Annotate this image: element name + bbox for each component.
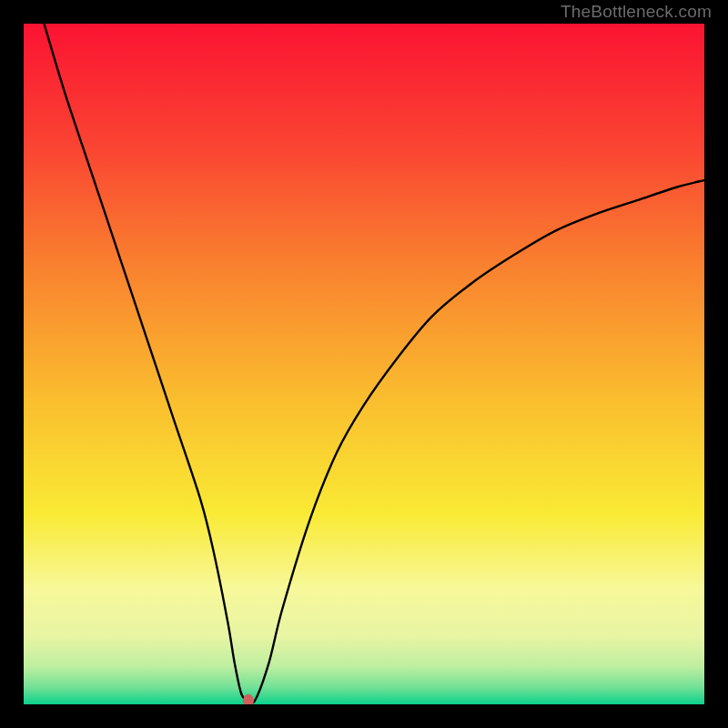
chart-plot-area bbox=[24, 24, 704, 704]
chart-svg bbox=[24, 24, 704, 704]
chart-frame: TheBottleneck.com bbox=[0, 0, 728, 728]
chart-background-gradient bbox=[24, 24, 704, 704]
watermark-text: TheBottleneck.com bbox=[561, 2, 712, 22]
